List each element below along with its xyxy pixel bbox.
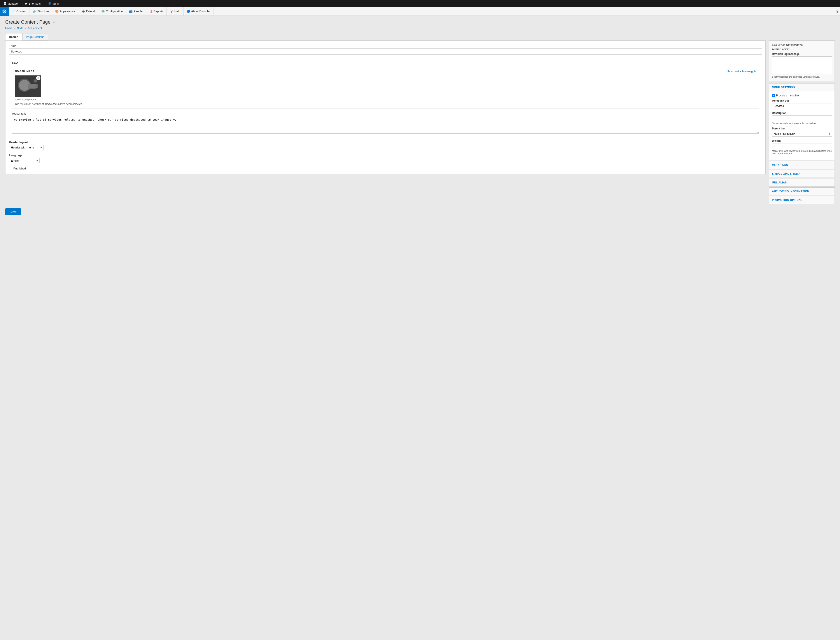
weight-label: Weight: [772, 139, 832, 142]
provide-menu-link-checkbox[interactable]: [772, 94, 775, 97]
parent-item-label: Parent item: [772, 127, 832, 130]
menu-link-title-input[interactable]: [772, 103, 832, 109]
main-nav: 📄 Content 🔗 Structure 🎨 Appearance ➕ Ext…: [0, 7, 840, 16]
weight-group: Weight Menu links with lower weights are…: [772, 139, 832, 155]
nav-reports[interactable]: 📊 Reports: [146, 7, 167, 16]
parent-item-wrapper: <Main navigation> ▼: [772, 131, 832, 137]
nav-structure[interactable]: 🔗 Structure: [30, 7, 52, 16]
breadcrumb-node[interactable]: Node: [17, 27, 23, 30]
shortcuts-label: Shortcuts: [29, 2, 41, 5]
manage-menu-item[interactable]: ☰ Manage: [2, 1, 19, 6]
header-layout-wrapper: Header with menu Header without menu Ful…: [9, 145, 43, 150]
language-select[interactable]: English Polish German: [9, 158, 40, 163]
people-label: People: [134, 10, 143, 13]
structure-icon: 🔗: [33, 10, 36, 13]
description-label: Description: [772, 112, 832, 115]
meta-tags-section: META TAGS: [769, 161, 835, 169]
title-input[interactable]: [9, 48, 762, 54]
help-icon: ❓: [170, 10, 173, 13]
url-alias-header[interactable]: URL ALIAS: [769, 179, 835, 186]
title-group: Title*: [9, 44, 762, 54]
tab-basic[interactable]: Basic*: [5, 33, 22, 40]
left-panel: Title* SEO TEASER IMAGE Show media item …: [5, 40, 766, 174]
svg-rect-8: [21, 80, 23, 83]
nav-about[interactable]: 🔵 About Droopler: [184, 7, 213, 16]
site-logo[interactable]: [0, 7, 9, 16]
published-checkbox[interactable]: [9, 167, 12, 170]
promotion-header[interactable]: PROMOTION OPTIONS: [769, 196, 835, 204]
nav-help[interactable]: ❓ Help: [167, 7, 184, 16]
nav-content[interactable]: 📄 Content: [9, 7, 30, 16]
breadcrumb: Home » Node » Add content: [5, 27, 835, 30]
nav-configuration[interactable]: ⚙️ Configuration: [98, 7, 126, 16]
page-title: Create Content Page: [5, 19, 51, 25]
nav-people[interactable]: 👥 People: [126, 7, 146, 16]
right-panel: Last saved: Not saved yet Author: admin …: [769, 40, 835, 205]
remove-image-button[interactable]: ✕: [36, 76, 40, 80]
svg-rect-10: [19, 90, 28, 91]
content-label: Content: [16, 10, 26, 13]
admin-user-item[interactable]: 👤 admin: [46, 1, 62, 6]
parent-item-select[interactable]: <Main navigation>: [772, 131, 832, 137]
breadcrumb-home[interactable]: Home: [5, 27, 12, 30]
save-section: Save: [5, 208, 835, 215]
bookmark-icon[interactable]: ☆: [52, 20, 56, 24]
weight-input[interactable]: [772, 143, 832, 149]
svg-point-5: [21, 82, 29, 90]
people-icon: 👥: [129, 10, 133, 13]
meta-tags-header[interactable]: META TAGS: [769, 162, 835, 169]
nav-appearance[interactable]: 🎨 Appearance: [52, 7, 78, 16]
tabs: Basic* Page Sections: [5, 33, 835, 40]
authoring-header[interactable]: AUTHORING INFORMATION: [769, 187, 835, 195]
user-icon: 👤: [48, 2, 51, 5]
language-wrapper: English Polish German ▼: [9, 158, 40, 163]
content-icon: 📄: [12, 10, 15, 13]
tab-page-sections[interactable]: Page Sections: [22, 33, 48, 40]
svg-point-6: [23, 84, 26, 88]
published-label[interactable]: Published: [13, 167, 26, 170]
svg-point-2: [4, 11, 5, 12]
about-label: About Droopler: [191, 10, 210, 13]
description-hint: Shown when hovering over the menu link.: [772, 122, 832, 125]
appearance-icon: 🎨: [55, 10, 59, 13]
revision-log-label: Revision log message: [772, 53, 832, 56]
provide-menu-link-group: Provide a menu link: [772, 94, 832, 97]
description-input[interactable]: [772, 115, 832, 121]
teaser-header: TEASER IMAGE Show media item weights: [14, 70, 756, 73]
star-icon: ★: [25, 2, 27, 5]
nav-extend[interactable]: ➕ Extend: [78, 7, 98, 16]
manage-icon: ☰: [3, 2, 6, 5]
provide-menu-link-label[interactable]: Provide a menu link: [776, 94, 799, 97]
teaser-text-input[interactable]: [12, 116, 759, 134]
description-group: Description Shown when hovering over the…: [772, 112, 832, 125]
nav-toggle-icon[interactable]: ⇆: [835, 9, 838, 13]
weight-hint: Menu links with lower weights are displa…: [772, 150, 832, 155]
revision-log-input[interactable]: [772, 56, 832, 74]
configuration-label: Configuration: [106, 10, 123, 13]
promotion-section: PROMOTION OPTIONS: [769, 196, 835, 204]
shortcuts-menu-item[interactable]: ★ Shortcuts: [23, 1, 42, 6]
save-button[interactable]: Save: [5, 208, 21, 215]
show-media-weights-link[interactable]: Show media item weights: [726, 70, 756, 73]
xml-sitemap-header[interactable]: SIMPLE XML SITEMAP: [769, 170, 835, 178]
admin-bar: ☰ Manage ★ Shortcuts 👤 admin: [0, 0, 840, 7]
authoring-section: AUTHORING INFORMATION: [769, 187, 835, 195]
teaser-text-section: Teaser text: [12, 112, 759, 134]
svg-rect-9: [27, 80, 29, 83]
title-label: Title*: [9, 44, 762, 48]
image-item: ✕ d_demo_engine_car_5....: [14, 75, 41, 101]
breadcrumb-add-content[interactable]: Add content: [28, 27, 42, 30]
menu-settings-header[interactable]: MENU SETTINGS: [769, 84, 835, 91]
language-label: Language: [9, 154, 762, 157]
header-layout-select[interactable]: Header with menu Header without menu Ful…: [9, 145, 43, 150]
manage-label: Manage: [8, 2, 18, 5]
reports-icon: 📊: [149, 10, 152, 13]
nav-right: ⇆: [835, 9, 840, 13]
image-filename: d_demo_engine_car_5....: [14, 98, 41, 101]
extend-icon: ➕: [82, 10, 85, 13]
configuration-icon: ⚙️: [101, 10, 105, 13]
teaser-image-section: TEASER IMAGE Show media item weights: [12, 67, 759, 109]
max-items-message: The maximum number of media items have b…: [14, 102, 756, 106]
breadcrumb-sep1: »: [14, 27, 16, 30]
admin-label: admin: [53, 2, 60, 5]
